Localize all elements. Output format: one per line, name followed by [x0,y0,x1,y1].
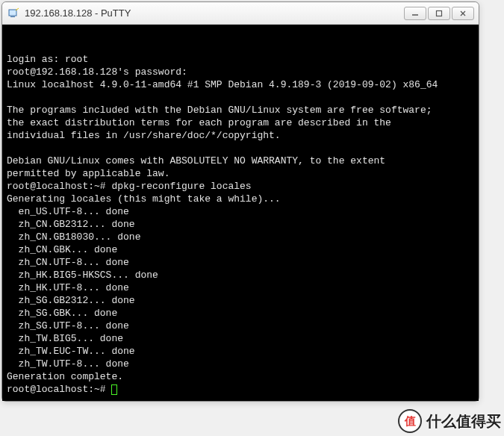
terminal-line: root@192.168.18.128's password: [7,66,474,78]
terminal-line: Generating locales (this might take a wh… [7,193,474,205]
close-button[interactable] [452,7,474,20]
watermark-text: 什么值得买 [426,411,501,432]
terminal-line: The programs included with the Debian GN… [7,104,474,116]
svg-rect-1 [10,16,15,17]
terminal-line [7,91,474,104]
terminal-line: zh_CN.GBK... done [7,243,474,256]
terminal-line: zh_SG.GBK... done [7,307,474,320]
terminal-line: zh_CN.GB2312... done [7,218,474,231]
terminal-line: root@localhost:~# dpkg-reconfigure local… [7,180,474,193]
terminal-line: permitted by applicable law. [7,167,474,180]
app-icon [7,7,20,20]
terminal-line: zh_SG.UTF-8... done [7,320,474,332]
terminal-area[interactable]: login as: rootroot@192.168.18.128's pass… [2,25,479,401]
window-controls [404,7,474,20]
terminal-line: zh_TW.BIG5... done [7,332,474,345]
terminal-line: Debian GNU/Linux comes with ABSOLUTELY N… [7,155,474,167]
terminal-line: zh_TW.UTF-8... done [7,358,474,370]
terminal-line: zh_CN.GB18030... done [7,231,474,243]
terminal-line: Linux localhost 4.9.0-11-amd64 #1 SMP De… [7,78,474,91]
terminal-line: the exact distribution terms for each pr… [7,116,474,129]
terminal-line: zh_HK.BIG5-HKSCS... done [7,269,474,281]
svg-rect-4 [437,10,442,16]
terminal-line: login as: root [7,53,474,66]
terminal-line [7,142,474,155]
watermark: 值 什么值得买 [398,409,501,433]
terminal-line: zh_SG.GB2312... done [7,294,474,307]
cursor [111,384,117,395]
putty-window: 192.168.18.128 - PuTTY login as: rootroo… [1,1,479,402]
maximize-button[interactable] [428,7,450,20]
terminal-line: en_US.UTF-8... done [7,205,474,218]
watermark-badge: 值 [398,409,422,433]
minimize-button[interactable] [404,7,426,20]
titlebar[interactable]: 192.168.18.128 - PuTTY [2,2,479,25]
svg-rect-0 [9,10,16,16]
terminal-line: zh_HK.UTF-8... done [7,281,474,294]
window-title: 192.168.18.128 - PuTTY [25,7,404,19]
terminal-line: zh_CN.UTF-8... done [7,256,474,269]
terminal-line: zh_TW.EUC-TW... done [7,345,474,358]
terminal-line: individual files in /usr/share/doc/*/cop… [7,129,474,142]
prompt: root@localhost:~# [7,384,111,395]
terminal-line: Generation complete. [7,370,474,383]
